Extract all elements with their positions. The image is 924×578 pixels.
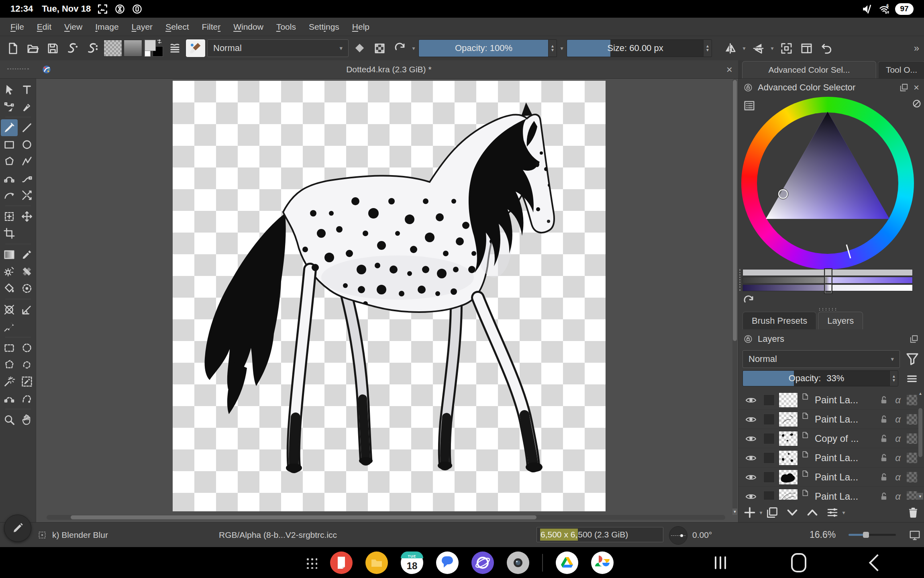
layers-docker-header[interactable]: Layers × (738, 330, 924, 348)
layer-visibility-icon[interactable] (745, 490, 757, 500)
canvas-only-mode-icon[interactable] (909, 529, 921, 541)
preserve-alpha-button[interactable] (370, 39, 389, 57)
undo-button[interactable] (817, 39, 836, 57)
layer-visibility-icon[interactable] (745, 433, 757, 445)
scroll-up-arrow[interactable]: ▲ (918, 391, 923, 396)
tool-magic-wand-select[interactable] (1, 373, 18, 390)
tool-zoom[interactable] (1, 411, 18, 428)
layer-opacity-slider[interactable]: Opacity:33% ▲▼ (742, 370, 898, 386)
layer-alpha-icon[interactable]: α (892, 453, 904, 463)
app-google-photos[interactable] (591, 551, 614, 574)
add-layer-dropdown-icon[interactable]: ▾ (758, 509, 764, 516)
workspace-chooser-button[interactable] (797, 39, 816, 57)
brush-preset-chip[interactable] (186, 39, 206, 57)
mirror-horizontal-button[interactable] (721, 39, 739, 57)
layer-row[interactable]: Paint La...α (738, 448, 924, 468)
selector-settings-icon[interactable] (743, 100, 755, 112)
layer-lock-icon[interactable] (879, 472, 889, 482)
tool-magnetic-select[interactable] (18, 390, 35, 407)
reset-colors-swatch[interactable] (145, 51, 151, 57)
tool-color-sampler[interactable] (18, 246, 35, 263)
recents-button[interactable] (715, 556, 726, 569)
layer-properties-dropdown-icon[interactable]: ▾ (840, 509, 847, 516)
layer-row[interactable]: Paint La...α (738, 390, 924, 410)
layer-visibility-icon[interactable] (745, 413, 757, 425)
menu-item-view[interactable]: View (58, 22, 89, 32)
canvas-horizontal-scrollbar[interactable] (47, 515, 725, 520)
document-tab[interactable]: Dotted4.kra (2.3 GiB) * × (36, 60, 738, 78)
docker-tab-advanced-color-sel-[interactable]: Advanced Color Sel... (742, 61, 876, 78)
inherit-alpha-icon[interactable] (907, 433, 917, 444)
toolbar-overflow-button[interactable]: » (914, 43, 921, 54)
float-docker-icon[interactable] (909, 334, 919, 344)
app-my-files[interactable] (365, 551, 388, 574)
tool-freehand-select[interactable] (18, 356, 35, 373)
delete-layer-button[interactable] (905, 504, 921, 521)
lock-docker-icon[interactable] (743, 334, 753, 344)
tool-edit-shapes[interactable] (1, 98, 18, 115)
layer-name[interactable]: Paint La... (815, 472, 879, 483)
refresh-color-history-icon[interactable] (742, 295, 755, 307)
layer-scroll-thumb[interactable] (918, 408, 922, 457)
no-color-icon[interactable] (912, 99, 922, 108)
tool-ellipse[interactable] (18, 136, 35, 153)
tool-multibrush[interactable] (18, 187, 35, 204)
open-button[interactable] (23, 39, 42, 57)
layer-visibility-icon[interactable] (745, 471, 757, 483)
inherit-alpha-icon[interactable] (907, 414, 917, 425)
menu-item-settings[interactable]: Settings (302, 22, 346, 32)
tool-freehand-brush[interactable] (1, 119, 18, 136)
tool-ellipse-select[interactable] (18, 339, 35, 356)
opacity-dropdown-icon[interactable]: ▾ (559, 45, 565, 51)
layer-name[interactable]: Paint La... (815, 414, 879, 425)
tool-freehand-path[interactable] (18, 170, 35, 187)
move-layer-down-button[interactable] (784, 504, 800, 521)
menu-item-image[interactable]: Image (89, 22, 125, 32)
app-drawer-icon[interactable] (305, 557, 317, 569)
vscroll-down-arrow[interactable]: ▼ (732, 509, 737, 515)
tool-fill[interactable] (1, 280, 18, 297)
reload-preset-button[interactable] (390, 39, 409, 57)
tool-line[interactable] (18, 119, 35, 136)
tool-move[interactable] (18, 208, 35, 225)
mirror-horizontal-dropdown-icon[interactable]: ▾ (741, 45, 747, 51)
layer-visibility-icon[interactable] (745, 452, 757, 464)
brush-size-slider[interactable]: Size: 60.00 px ▲▼ (567, 39, 712, 57)
zoom-slider[interactable] (849, 534, 896, 536)
layer-color-label[interactable] (763, 394, 775, 406)
layer-color-label[interactable] (763, 433, 775, 444)
swap-colors-icon[interactable] (156, 39, 163, 46)
layer-lock-icon[interactable] (879, 491, 889, 500)
vscroll-thumb[interactable] (733, 80, 737, 341)
layer-lock-icon[interactable] (879, 433, 889, 444)
edit-brush-settings-button[interactable] (165, 39, 184, 57)
saturation-slider[interactable] (742, 277, 913, 284)
tool-select-shapes[interactable] (1, 81, 18, 98)
s-curve-colon-icon[interactable] (84, 39, 102, 57)
layer-alpha-icon[interactable]: α (892, 472, 904, 482)
pattern-chooser[interactable] (104, 40, 122, 57)
foreground-color-swatch[interactable] (145, 40, 156, 51)
layer-thumbnail[interactable] (779, 470, 798, 485)
value-slider-handle[interactable] (824, 284, 832, 294)
tool-measure[interactable] (18, 301, 35, 318)
app-samsung-notes[interactable] (330, 551, 353, 574)
tool-bezier-curve[interactable] (1, 170, 18, 187)
s-curve-dot-icon[interactable] (63, 39, 82, 57)
layer-thumbnail[interactable] (779, 431, 798, 446)
slider-drag-grip[interactable] (739, 269, 740, 291)
eraser-mode-button[interactable] (350, 39, 369, 57)
app-messages[interactable] (436, 551, 459, 574)
current-brush-name[interactable]: k) Blender Blur (52, 523, 108, 547)
mirror-vertical-dropdown-icon[interactable]: ▾ (769, 45, 775, 51)
menu-item-tools[interactable]: Tools (270, 22, 302, 32)
layer-filter-icon[interactable] (905, 351, 920, 366)
inherit-alpha-icon[interactable] (907, 491, 917, 500)
save-button[interactable] (43, 39, 62, 57)
color-picker-cursor[interactable] (779, 190, 787, 198)
tool-text[interactable] (18, 81, 35, 98)
tool-assistants[interactable] (1, 301, 18, 318)
color-triangle[interactable] (741, 97, 914, 270)
layer-thumbnail[interactable] (779, 450, 798, 466)
tool-colorize-mask[interactable] (1, 263, 18, 280)
